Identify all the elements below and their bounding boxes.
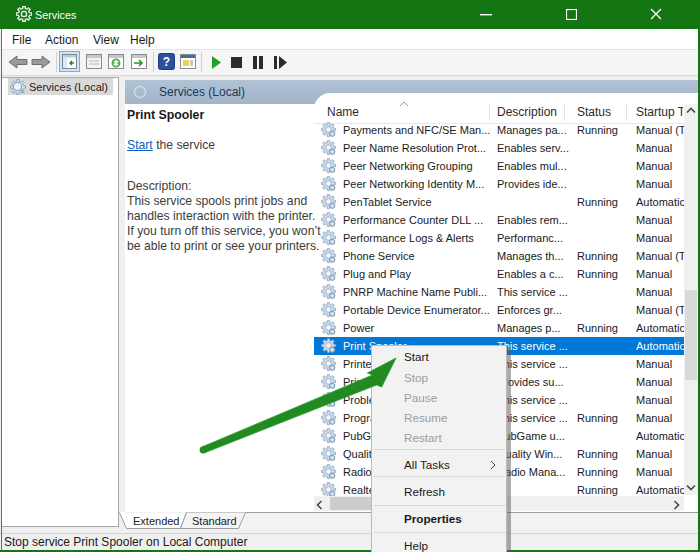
svg-text:?: ? <box>163 55 170 69</box>
